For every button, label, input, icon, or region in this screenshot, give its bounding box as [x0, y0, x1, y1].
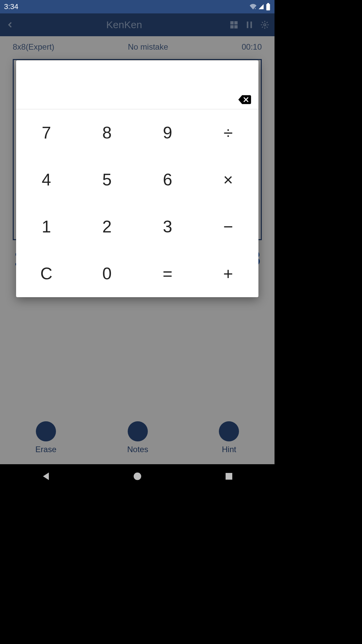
svg-point-11 [133, 473, 141, 480]
calculator-display [16, 60, 258, 109]
key-minus[interactable]: − [198, 203, 258, 250]
key-7[interactable]: 7 [16, 109, 77, 156]
android-nav-bar [0, 464, 275, 488]
key-multiply[interactable]: × [198, 156, 258, 203]
key-9[interactable]: 9 [137, 109, 198, 156]
calculator-keypad: 7 8 9 ÷ 4 5 6 × 1 2 3 − C 0 = + [16, 109, 258, 297]
key-clear[interactable]: C [16, 250, 77, 297]
nav-back-icon[interactable] [41, 471, 51, 481]
status-icons: x [250, 3, 270, 10]
calculator-modal: 7 8 9 ÷ 4 5 6 × 1 2 3 − C 0 = + [16, 60, 258, 297]
key-0[interactable]: 0 [77, 250, 137, 297]
key-6[interactable]: 6 [137, 156, 198, 203]
key-8[interactable]: 8 [77, 109, 137, 156]
key-plus[interactable]: + [198, 250, 258, 297]
key-equals[interactable]: = [137, 250, 198, 297]
battery-icon [266, 3, 270, 10]
signal-icon [258, 4, 264, 10]
nav-home-icon[interactable] [132, 471, 142, 481]
wifi-icon: x [250, 4, 256, 10]
svg-rect-3 [267, 3, 269, 4]
key-5[interactable]: 5 [77, 156, 137, 203]
nav-recent-icon[interactable] [224, 471, 234, 481]
svg-rect-2 [266, 4, 270, 10]
svg-rect-12 [226, 473, 232, 480]
key-3[interactable]: 3 [137, 203, 198, 250]
key-divide[interactable]: ÷ [198, 109, 258, 156]
status-bar: 3:34 x [0, 0, 275, 13]
key-2[interactable]: 2 [77, 203, 137, 250]
key-1[interactable]: 1 [16, 203, 77, 250]
status-time: 3:34 [4, 2, 18, 11]
backspace-button[interactable] [238, 95, 251, 104]
svg-text:x: x [255, 8, 256, 10]
key-4[interactable]: 4 [16, 156, 77, 203]
